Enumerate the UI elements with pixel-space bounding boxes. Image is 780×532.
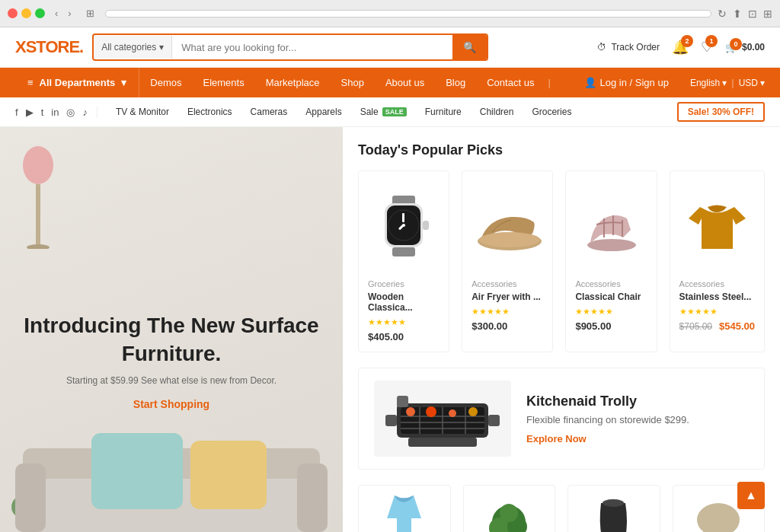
bottom-product-0[interactable] [358, 485, 451, 532]
category-bar: f ▶ t in ◎ ♪ TV & Monitor Electronics Ca… [0, 97, 780, 127]
currency-btn[interactable]: USD ▾ [739, 78, 765, 88]
notifications-btn[interactable]: 🔔 2 [672, 39, 689, 56]
nav-link-elements[interactable]: Elements [192, 68, 254, 97]
search-bar: All categories ▾ 🔍 [92, 33, 488, 61]
category-links: TV & Monitor Electronics Cameras Apparel… [107, 104, 677, 120]
product-stars-3: ★★★★★ [679, 307, 755, 317]
cart-badge: 0 [730, 38, 742, 50]
reload-btn[interactable]: ↻ [718, 8, 727, 20]
wishlist-btn[interactable]: ♡ 1 [701, 39, 713, 56]
sale-price-3: $545.00 [719, 320, 755, 332]
svg-rect-46 [408, 438, 477, 447]
cat-cameras[interactable]: Cameras [241, 104, 297, 120]
product-name-0: Wooden Classica... [368, 291, 440, 313]
cart-icon-wrapper: 🛒 0 [725, 42, 737, 53]
bottom-product-img-1 [472, 493, 548, 532]
notifications-badge: 2 [681, 35, 693, 47]
address-bar[interactable] [105, 10, 711, 18]
main-content: Introducing The New Surface Furniture. S… [0, 127, 780, 532]
wishlist-badge: 1 [705, 35, 718, 47]
cat-sale[interactable]: Sale SALE [351, 104, 416, 120]
product-grid: Groceries Wooden Classica... ★★★★★ $405.… [358, 170, 765, 352]
login-btn[interactable]: 👤 Log in / Sign up [577, 68, 676, 97]
original-price-3: $705.00 [679, 321, 712, 332]
nav-right: 👤 Log in / Sign up English ▾ | USD ▾ [577, 68, 765, 97]
hero-section: Introducing The New Surface Furniture. S… [0, 127, 343, 532]
sale-badge: SALE [382, 107, 407, 116]
lamp-decoration [19, 142, 57, 251]
svg-rect-13 [91, 433, 183, 509]
nav-link-demos[interactable]: Demos [139, 68, 192, 97]
nav-link-about[interactable]: About us [375, 68, 435, 97]
product-card-1[interactable]: Accessories Air Fryer with ... ★★★★★ $30… [462, 170, 553, 352]
bottom-product-1[interactable] [463, 485, 556, 532]
product-image-2 [575, 180, 647, 272]
back-btn[interactable]: ‹ [51, 6, 62, 21]
svg-rect-17 [392, 247, 415, 256]
cat-groceries[interactable]: Groceries [523, 104, 580, 120]
search-category-dropdown[interactable]: All categories ▾ [94, 36, 172, 59]
bookmark-btn[interactable]: ⊡ [748, 8, 757, 20]
dot-yellow[interactable] [21, 8, 31, 18]
promo-cta-btn[interactable]: Explore Now [526, 433, 587, 444]
menu-btn[interactable]: ⊞ [763, 8, 772, 20]
chevron-down-icon: ▾ [760, 78, 765, 88]
nav-link-shop[interactable]: Shop [331, 68, 375, 97]
product-stars-0: ★★★★★ [368, 317, 440, 327]
scroll-to-top-btn[interactable]: ▲ [737, 482, 765, 509]
hero-cta-btn[interactable]: Start Shopping [133, 398, 209, 410]
dot-green[interactable] [35, 8, 45, 18]
track-order-btn[interactable]: ⏱ Track Order [597, 42, 660, 53]
svg-point-2 [27, 244, 50, 249]
logo[interactable]: XSTORE. [15, 37, 83, 57]
product-name-3: Stainless Steel... [679, 291, 755, 302]
svg-point-0 [23, 146, 53, 184]
product-card-0[interactable]: Groceries Wooden Classica... ★★★★★ $405.… [358, 170, 449, 352]
products-section: Today's Popular Picks [343, 127, 780, 532]
svg-point-55 [603, 499, 624, 507]
hamburger-icon: ≡ [27, 77, 34, 88]
cart-btn[interactable]: 🛒 0 $0.00 [725, 42, 765, 53]
cat-children[interactable]: Children [471, 104, 523, 120]
category-label: All categories [101, 42, 156, 53]
promo-title: Kitchenaid Trolly [526, 393, 749, 409]
svg-point-43 [468, 407, 478, 416]
svg-point-41 [426, 406, 436, 417]
share-btn[interactable]: ⬆ [733, 8, 742, 20]
search-button[interactable]: 🔍 [452, 35, 487, 59]
sale-30-off-btn[interactable]: Sale! 30% OFF! [677, 102, 765, 122]
search-input[interactable] [172, 36, 452, 59]
product-card-3[interactable]: Accessories Stainless Steel... ★★★★★ $70… [670, 170, 765, 352]
cat-tv-monitor[interactable]: TV & Monitor [107, 104, 178, 120]
nav-divider: | [545, 77, 553, 88]
product-card-2[interactable]: Accessories Classical Chair ★★★★★ $905.0… [565, 170, 657, 352]
forward-btn[interactable]: › [64, 6, 75, 21]
facebook-icon[interactable]: f [15, 107, 18, 118]
header-top: XSTORE. All categories ▾ 🔍 ⏱ Track Order… [0, 27, 780, 68]
tiktok-icon[interactable]: ♪ [82, 107, 88, 118]
chevron-down-icon: ▾ [722, 78, 727, 88]
all-departments-btn[interactable]: ≡ All Departments ▾ [15, 68, 139, 97]
nav-bar: ≡ All Departments ▾ Demos Elements Marke… [0, 68, 780, 97]
cat-furniture[interactable]: Furniture [416, 104, 471, 120]
nav-link-contact[interactable]: Contact us [476, 68, 545, 97]
nav-link-marketplace[interactable]: Marketplace [255, 68, 331, 97]
youtube-icon[interactable]: ▶ [26, 107, 34, 118]
linkedin-icon[interactable]: in [51, 107, 59, 118]
chevron-down-icon: ▾ [121, 77, 126, 88]
nav-link-blog[interactable]: Blog [435, 68, 476, 97]
bottom-product-2[interactable] [567, 485, 660, 532]
svg-point-42 [449, 409, 456, 417]
language-btn[interactable]: English ▾ [690, 78, 727, 88]
promo-subtitle: Flexible financing on storewide $299. [526, 414, 749, 425]
svg-rect-45 [488, 415, 500, 426]
sidebar-btn[interactable]: ⊞ [82, 6, 99, 21]
dot-red[interactable] [8, 8, 18, 18]
twitter-icon[interactable]: t [41, 107, 44, 118]
cat-apparels[interactable]: Apparels [296, 104, 350, 120]
product-image-0 [368, 180, 440, 272]
cat-electronics[interactable]: Electronics [178, 104, 241, 120]
svg-rect-10 [297, 464, 328, 532]
instagram-icon[interactable]: ◎ [66, 107, 75, 118]
svg-point-56 [697, 503, 740, 532]
